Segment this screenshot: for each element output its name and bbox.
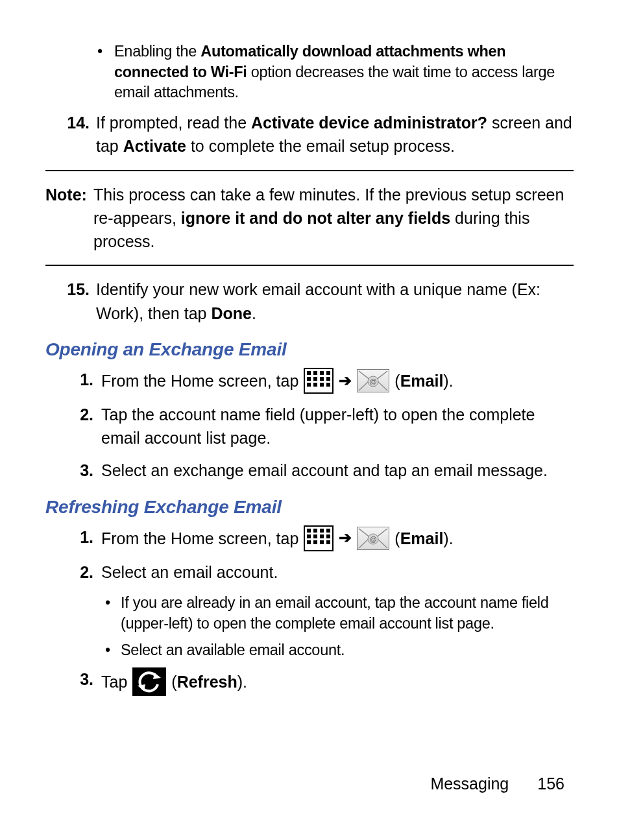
refresh-step-3: 3. Tap (Refresh).	[71, 667, 574, 696]
arrow-right-icon: ➔	[339, 527, 352, 549]
text-fragment: From the Home screen, tap	[101, 369, 298, 392]
svg-rect-4	[307, 377, 311, 381]
text-fragment: If prompted, read the	[96, 114, 251, 132]
svg-rect-8	[307, 383, 311, 387]
svg-rect-25	[326, 540, 330, 544]
svg-rect-14	[307, 529, 311, 533]
email-envelope-icon: @	[357, 369, 389, 392]
step-number: 3.	[71, 667, 101, 696]
paren: (	[394, 529, 400, 547]
text-fragment: From the Home screen, tap	[101, 527, 298, 550]
step-15: 15. Identify your new work email account…	[61, 278, 574, 325]
svg-rect-22	[307, 540, 311, 544]
paren: (	[171, 673, 176, 691]
refresh-sub-bullet-1: • If you are already in an email account…	[105, 593, 574, 634]
svg-marker-29	[138, 684, 145, 691]
footer-section: Messaging	[430, 774, 509, 793]
text-bold-fragment: Activate device administrator?	[251, 114, 487, 132]
text-fragment: Enabling the	[114, 43, 200, 60]
open-step-2: 2. Tap the account name field (upper-lef…	[71, 403, 574, 450]
email-envelope-icon: @	[357, 527, 389, 550]
bullet-auto-download: • Enabling the Automatically download at…	[97, 42, 574, 103]
apps-grid-icon	[304, 368, 334, 394]
text-fragment: Identify your new work email account wit…	[96, 280, 540, 322]
step-text: From the Home screen, tap ➔ @ (Email).	[101, 368, 574, 394]
paren: ).	[443, 372, 453, 390]
svg-marker-28	[153, 673, 161, 679]
svg-rect-2	[320, 371, 324, 375]
text-bold-fragment: Done	[211, 304, 252, 322]
note-label: Note:	[45, 183, 93, 254]
step-text: If prompted, read the Activate device ad…	[96, 111, 574, 158]
svg-rect-5	[313, 377, 317, 381]
svg-rect-11	[326, 383, 330, 387]
bullet-marker: •	[105, 593, 121, 634]
step-number: 3.	[71, 459, 101, 482]
step-14: 14. If prompted, read the Activate devic…	[61, 111, 574, 158]
refresh-step-2: 2. Select an email account.	[71, 560, 574, 584]
bullet-marker: •	[97, 42, 114, 103]
svg-rect-21	[326, 534, 330, 538]
refresh-icon	[132, 667, 166, 696]
step-number: 15.	[61, 278, 96, 325]
svg-rect-16	[320, 529, 324, 533]
step-text: Select an exchange email account and tap…	[101, 459, 574, 482]
refresh-sub-bullet-2: • Select an available email account.	[105, 640, 574, 661]
svg-rect-17	[326, 529, 330, 533]
step-number: 2.	[71, 560, 101, 584]
svg-rect-18	[307, 534, 311, 538]
divider	[45, 265, 574, 266]
svg-rect-15	[313, 529, 317, 533]
divider	[45, 170, 574, 171]
footer-page-number: 156	[537, 774, 564, 793]
open-step-1: 1. From the Home screen, tap ➔ @ (Email)…	[71, 368, 574, 394]
svg-rect-3	[326, 371, 330, 375]
note-block: Note: This process can take a few minute…	[45, 183, 574, 254]
step-text: Tap (Refresh).	[101, 667, 574, 696]
step-text: Tap the account name field (upper-left) …	[101, 403, 574, 450]
svg-text:@: @	[370, 378, 377, 385]
heading-opening-exchange-email: Opening an Exchange Email	[45, 339, 574, 360]
step-number: 14.	[61, 111, 96, 158]
text-fragment: .	[252, 304, 256, 322]
step-text: From the Home screen, tap ➔ @ (Email).	[101, 525, 574, 551]
text-bold-fragment: Activate	[123, 137, 186, 155]
text-bold-fragment: Email	[400, 529, 444, 547]
svg-rect-19	[313, 534, 317, 538]
svg-rect-9	[313, 383, 317, 387]
svg-rect-20	[320, 534, 324, 538]
svg-rect-1	[313, 371, 317, 375]
step-number: 1.	[71, 525, 101, 551]
bullet-text: If you are already in an email account, …	[121, 593, 574, 634]
bullet-text: Enabling the Automatically download atta…	[114, 42, 574, 103]
heading-refreshing-exchange-email: Refreshing Exchange Email	[45, 497, 574, 518]
text-bold-fragment: Email	[400, 372, 444, 390]
svg-rect-6	[320, 377, 324, 381]
arrow-right-icon: ➔	[339, 370, 352, 392]
step-number: 1.	[71, 368, 101, 394]
svg-rect-0	[307, 371, 311, 375]
bullet-text: Select an available email account.	[121, 640, 345, 661]
text-bold-fragment: ignore it and do not alter any fields	[181, 209, 450, 227]
step-number: 2.	[71, 403, 101, 450]
page-footer: Messaging156	[430, 774, 564, 793]
text-bold-fragment: Refresh	[177, 673, 237, 691]
svg-rect-24	[320, 540, 324, 544]
svg-rect-7	[326, 377, 330, 381]
paren: ).	[237, 673, 247, 691]
text-fragment: (Email).	[394, 369, 453, 392]
svg-rect-23	[313, 540, 317, 544]
bullet-marker: •	[105, 640, 121, 661]
apps-grid-icon	[304, 525, 334, 551]
paren: (	[394, 372, 400, 390]
paren: ).	[443, 529, 453, 547]
text-fragment: Tap	[101, 670, 127, 693]
step-text: Identify your new work email account wit…	[96, 278, 574, 325]
text-fragment: (Refresh).	[171, 670, 247, 693]
note-text: This process can take a few minutes. If …	[93, 183, 574, 254]
svg-text:@: @	[370, 535, 377, 543]
svg-rect-10	[320, 383, 324, 387]
step-text: Select an email account.	[101, 560, 574, 584]
refresh-step-1: 1. From the Home screen, tap ➔ @ (Email)…	[71, 525, 574, 551]
open-step-3: 3. Select an exchange email account and …	[71, 459, 574, 482]
